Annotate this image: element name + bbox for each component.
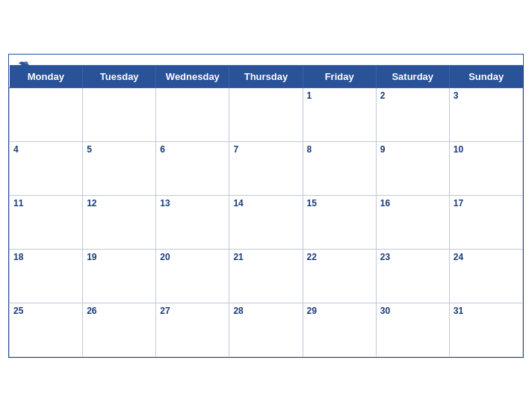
day-number: 2	[380, 90, 445, 101]
logo-bird-icon	[18, 61, 30, 71]
day-header-tuesday: Tuesday	[83, 65, 156, 87]
day-number: 31	[454, 306, 519, 316]
calendar-cell: 10	[449, 141, 522, 195]
calendar-cell: 4	[10, 141, 83, 195]
day-number: 24	[454, 252, 519, 262]
day-number: 28	[233, 306, 298, 316]
day-header-row: MondayTuesdayWednesdayThursdayFridaySatu…	[10, 65, 523, 87]
day-number: 8	[307, 144, 372, 155]
day-number: 7	[233, 144, 298, 155]
calendar-cell: 25	[10, 303, 83, 356]
day-number: 4	[13, 144, 78, 155]
day-number: 14	[233, 198, 298, 208]
calendar-cell: 12	[83, 195, 156, 249]
logo	[18, 61, 31, 71]
calendar-cell: 5	[83, 141, 156, 195]
calendar-cell: 28	[229, 303, 303, 356]
day-number: 15	[307, 198, 372, 208]
day-number: 6	[160, 144, 225, 155]
calendar-cell: 13	[156, 195, 229, 249]
calendar-week-1: 45678910	[10, 141, 523, 195]
calendar-container: MondayTuesdayWednesdayThursdayFridaySatu…	[8, 54, 524, 358]
day-number: 9	[380, 144, 445, 155]
calendar-cell: 7	[229, 141, 303, 195]
day-number: 25	[13, 306, 78, 316]
calendar-cell: 16	[376, 195, 449, 249]
calendar-cell: 23	[376, 249, 449, 303]
calendar-week-4: 25262728293031	[10, 303, 523, 356]
day-number: 29	[307, 306, 372, 316]
calendar-week-2: 11121314151617	[10, 195, 523, 249]
calendar-cell: 21	[229, 249, 303, 303]
day-number: 17	[454, 198, 519, 208]
calendar-week-3: 18192021222324	[10, 249, 523, 303]
calendar-cell: 3	[449, 87, 522, 141]
day-number: 1	[307, 90, 372, 101]
calendar-cell: 22	[303, 249, 376, 303]
day-header-thursday: Thursday	[229, 65, 303, 87]
day-number: 22	[307, 252, 372, 262]
day-number: 10	[454, 144, 519, 155]
calendar-cell	[10, 87, 83, 141]
day-number: 11	[13, 198, 78, 208]
day-number: 21	[233, 252, 298, 262]
calendar-cell: 11	[10, 195, 83, 249]
calendar-cell: 30	[376, 303, 449, 356]
calendar-grid: MondayTuesdayWednesdayThursdayFridaySatu…	[9, 65, 523, 357]
logo-blue-text	[18, 61, 31, 71]
day-number: 20	[160, 252, 225, 262]
day-number: 3	[454, 90, 519, 101]
calendar-cell: 1	[303, 87, 376, 141]
calendar-cell: 19	[83, 249, 156, 303]
day-number: 5	[87, 144, 152, 155]
day-header-sunday: Sunday	[449, 65, 522, 87]
calendar-cell: 9	[376, 141, 449, 195]
calendar-cell: 15	[303, 195, 376, 249]
calendar-cell: 31	[449, 303, 522, 356]
calendar-cell: 18	[10, 249, 83, 303]
calendar-cell: 2	[376, 87, 449, 141]
calendar-cell: 26	[83, 303, 156, 356]
calendar-header	[9, 55, 523, 65]
day-number: 30	[380, 306, 445, 316]
day-header-wednesday: Wednesday	[156, 65, 229, 87]
calendar-cell: 20	[156, 249, 229, 303]
calendar-cell: 6	[156, 141, 229, 195]
day-header-friday: Friday	[303, 65, 376, 87]
calendar-cell: 24	[449, 249, 522, 303]
day-number: 23	[380, 252, 445, 262]
calendar-cell: 27	[156, 303, 229, 356]
calendar-week-0: 123	[10, 87, 523, 141]
day-number: 19	[87, 252, 152, 262]
day-number: 27	[160, 306, 225, 316]
day-header-saturday: Saturday	[376, 65, 449, 87]
calendar-cell	[83, 87, 156, 141]
calendar-cell: 8	[303, 141, 376, 195]
calendar-cell	[156, 87, 229, 141]
day-number: 16	[380, 198, 445, 208]
calendar-cell: 17	[449, 195, 522, 249]
day-number: 12	[87, 198, 152, 208]
day-number: 18	[13, 252, 78, 262]
day-number: 26	[87, 306, 152, 316]
calendar-cell	[229, 87, 303, 141]
calendar-cell: 29	[303, 303, 376, 356]
day-number: 13	[160, 198, 225, 208]
calendar-cell: 14	[229, 195, 303, 249]
